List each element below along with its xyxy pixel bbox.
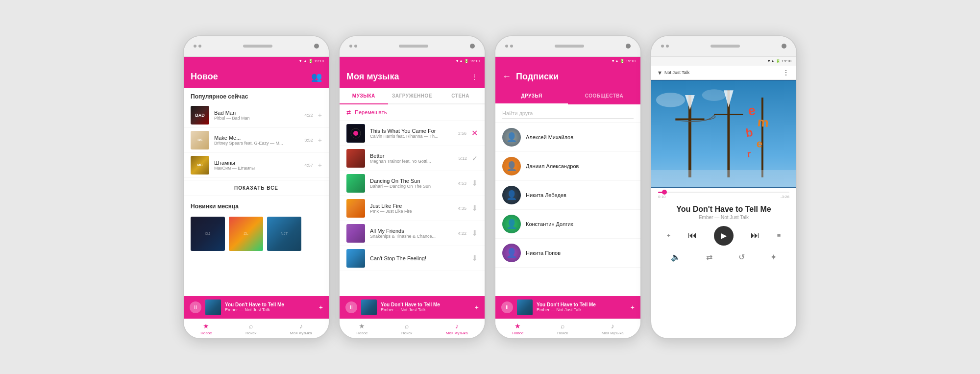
list-button-4[interactable]: ≡ [777, 232, 781, 239]
track-item-p2-3[interactable]: Dancing On The Sun Bahari — Dancing On T… [340, 171, 485, 196]
forward-button-4[interactable]: ⏭ [751, 230, 760, 241]
download-btn-p2-6[interactable]: ⬇ [471, 253, 478, 263]
remove-btn-p2-1[interactable]: ✕ [471, 128, 478, 138]
search-icon-2: ⌕ [405, 322, 409, 330]
show-all-button[interactable]: ПОКАЗАТЬ ВСЕ [184, 180, 329, 196]
more-icon-4[interactable]: ⋮ [783, 69, 789, 76]
check-btn-p2-2[interactable]: ✓ [472, 154, 478, 162]
face-4: 👤 [502, 215, 521, 233]
play-button-4[interactable]: ▶ [714, 226, 734, 246]
download-btn-p2-3[interactable]: ⬇ [471, 178, 478, 188]
add-btn-1[interactable]: + [318, 111, 322, 119]
tabs-bar-2: МУЗЫКА ЗАГРУЖЕННОЕ СТЕНА [340, 88, 485, 104]
sub-tab-communities[interactable]: СООБЩЕСТВА [568, 88, 640, 104]
album-3[interactable]: NJT [267, 217, 301, 251]
shuffle-label: Перемешать [355, 109, 387, 115]
nav-music-3[interactable]: ♪ Моя музыка [602, 322, 624, 335]
face-3: 👤 [502, 186, 521, 204]
phone-speaker-3 [555, 45, 584, 48]
search-friend-input[interactable] [502, 108, 634, 119]
player-subtitle-1: Ember — Not Just Talk [225, 307, 315, 312]
player-add-3[interactable]: + [631, 303, 635, 311]
people-icon[interactable]: 👥 [311, 72, 322, 82]
track-item-2[interactable]: BS Make Me... Britney Spears feat. G-Eaz… [184, 128, 329, 153]
track-item-p2-4[interactable]: Just Like Fire P!nk — Just Like Fire 4:3… [340, 196, 485, 221]
tab-music-2[interactable]: МУЗЫКА [340, 88, 388, 104]
pause-button-1[interactable]: ⏸ [190, 301, 201, 313]
chevron-down-icon-4[interactable]: ▾ [658, 69, 662, 76]
tab-downloaded-2[interactable]: ЗАГРУЖЕННОЕ [388, 88, 437, 103]
nav-new-1[interactable]: ★ Новое [200, 322, 212, 335]
app-content-1: Популярное сейчас BAD Bad Man Pitbul — B… [184, 88, 329, 296]
nav-music-2[interactable]: ♪ Моя музыка [446, 322, 468, 335]
signal-icon: ▲ [303, 59, 307, 63]
progress-current: 0:10 [658, 195, 666, 199]
pause-button-2[interactable]: ⏸ [345, 301, 357, 313]
nav-new-3[interactable]: ★ Новое [512, 322, 523, 335]
back-icon-3[interactable]: ← [502, 72, 511, 82]
track-info-p2-4: Just Like Fire P!nk — Just Like Fire [370, 203, 453, 214]
track-item-3[interactable]: МС Штампы МакСим — Штампы 4:57 + [184, 153, 329, 178]
track-thumb-p2-4 [346, 199, 365, 218]
player-full-4: e m b e r [651, 80, 796, 338]
bottom-player-3[interactable]: ⏸ You Don't Have to Tell Me Ember — Not … [495, 296, 640, 319]
album-1[interactable]: DJ [191, 217, 225, 251]
nav-search-1[interactable]: ⌕ Поиск [245, 322, 256, 335]
nav-label-new-3: Новое [512, 331, 523, 335]
nav-music-1[interactable]: ♪ Моя музыка [290, 322, 312, 335]
status-icons-1: ▼ ▲ 🔋 19:10 [298, 59, 324, 63]
nav-search-2[interactable]: ⌕ Поиск [401, 322, 412, 335]
progress-bar-bg[interactable] [658, 192, 789, 193]
tab-wall-2[interactable]: СТЕНА [436, 88, 485, 103]
face-1: 👤 [502, 128, 521, 147]
bottom-player-2[interactable]: ⏸ You Don't Have to Tell Me Ember — Not … [340, 296, 485, 319]
nav-new-2[interactable]: ★ Новое [356, 322, 368, 335]
player-info-1: You Don't Have to Tell Me Ember — Not Ju… [225, 302, 315, 312]
status-bar-4: ▼▲ 🔋 19:10 [651, 57, 796, 66]
wifi-icon-3: ▼▲ [611, 59, 619, 63]
nav-label-new-1: Новое [200, 331, 212, 335]
friend-item-4[interactable]: 👤 Константин Долгих [495, 210, 640, 239]
magic-icon-4[interactable]: ✦ [770, 252, 777, 262]
pause-button-3[interactable]: ⏸ [501, 301, 513, 313]
phone-speaker-2 [399, 45, 428, 48]
sub-tabs-3: ДРУЗЬЯ СООБЩЕСТВА [495, 88, 640, 104]
player-add-2[interactable]: + [475, 303, 479, 311]
friend-item-1[interactable]: 👤 Алексей Михайлов [495, 123, 640, 152]
nav-label-search-1: Поиск [245, 331, 256, 335]
sub-tab-friends[interactable]: ДРУЗЬЯ [495, 88, 568, 104]
speaker-icon-4[interactable]: 🔈 [671, 252, 681, 262]
shuffle-icon-4[interactable]: ⇄ [706, 252, 712, 262]
shuffle-row[interactable]: ⇄ Перемешать [340, 104, 485, 121]
friend-item-5[interactable]: 👤 Никита Попов [495, 239, 640, 268]
track-item-p2-1[interactable]: This Is What You Came For Calvin Harris … [340, 121, 485, 146]
track-duration-p2-1: 3:56 [458, 131, 466, 136]
add-btn-2[interactable]: + [318, 136, 322, 144]
friend-avatar-1: 👤 [502, 128, 521, 147]
download-btn-p2-5[interactable]: ⬇ [471, 228, 478, 238]
album-2[interactable]: ZL [229, 217, 263, 251]
dot [505, 45, 508, 48]
app-title-1: Новое [191, 72, 218, 82]
phone-1: ▼ ▲ 🔋 19:10 Новое 👥 Популярное сейчас BA… [183, 35, 330, 339]
add-button-4[interactable]: + [667, 232, 671, 239]
repeat-icon-4[interactable]: ↺ [738, 252, 745, 262]
friend-item-3[interactable]: 👤 Никита Лебедев [495, 181, 640, 210]
track-item-p2-5[interactable]: All My Friends Snakehips & Tinashe & Cha… [340, 221, 485, 246]
track-artist-p2-2: Meghan Trainor feat. Yo Gotti... [370, 159, 453, 164]
track-duration-1: 4:22 [304, 113, 313, 118]
track-item-p2-6[interactable]: Can't Stop The Feeling! ⬇ [340, 246, 485, 271]
battery-icon-4: 🔋 [776, 59, 781, 63]
nav-search-3[interactable]: ⌕ Поиск [557, 322, 568, 335]
svg-rect-18 [651, 170, 796, 187]
friend-item-2[interactable]: 👤 Даниил Александров [495, 152, 640, 181]
bottom-player-1[interactable]: ⏸ You Don't Have to Tell Me Ember — Not … [184, 296, 329, 319]
friend-avatar-4: 👤 [502, 215, 521, 233]
track-item-p2-2[interactable]: Better Meghan Trainor feat. Yo Gotti... … [340, 146, 485, 171]
more-icon-2[interactable]: ⋮ [471, 73, 478, 81]
track-item-1[interactable]: BAD Bad Man Pitbul — Bad Man 4:22 + [184, 103, 329, 128]
download-btn-p2-4[interactable]: ⬇ [471, 203, 478, 213]
add-btn-3[interactable]: + [318, 161, 322, 169]
rewind-button-4[interactable]: ⏮ [688, 230, 697, 241]
player-add-1[interactable]: + [319, 303, 323, 311]
